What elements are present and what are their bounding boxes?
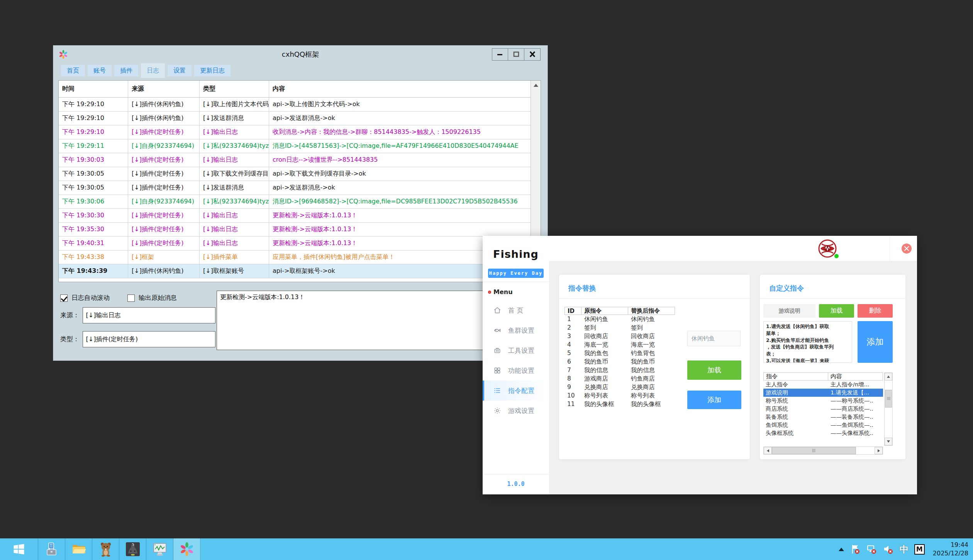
scroll-up-button[interactable] (531, 81, 541, 90)
table-row[interactable]: 9 兑换商店 兑换商店 (564, 383, 676, 391)
cxhqq-titlebar[interactable]: cxhQQ框架 (53, 46, 548, 63)
autoscroll-checkbox[interactable] (60, 294, 68, 302)
scroll-thumb[interactable] (885, 390, 892, 408)
table-row[interactable]: 7 我的信息 我的信息 (564, 366, 676, 374)
menu-item-fish-settings[interactable]: 鱼群设置 (483, 320, 549, 340)
command-content-textarea[interactable]: 1.请先发送【休闲钓鱼】获取 菜单； 2.购买钓鱼竿后才能开始钓鱼 ，发送【钓鱼… (763, 321, 852, 363)
maximize-button[interactable] (508, 48, 524, 61)
load-button[interactable]: 加载 (687, 360, 741, 380)
log-row[interactable]: 下午 19:40:31 [↓]插件(定时任务) [↓]输出日志 更新检测->云端… (59, 237, 531, 250)
tab-label: 插件 (120, 67, 132, 75)
log-row[interactable]: 下午 19:30:03 [↓]插件(定时任务) [↓]输出日志 cron日志--… (59, 153, 531, 167)
command-name-input[interactable] (763, 304, 815, 318)
minimize-button[interactable] (492, 48, 508, 61)
tab[interactable]: 插件 (114, 65, 138, 76)
tab[interactable]: 更新日志 (194, 65, 231, 76)
col-content[interactable]: 内容 (269, 81, 531, 97)
action-center-flag-icon[interactable] (850, 544, 861, 555)
table-row[interactable]: 11 我的头像框 我的头像框 (564, 400, 676, 408)
list-item[interactable]: 称号系统 ——称号系统—.. (763, 397, 883, 405)
table-row[interactable]: 10 称号列表 称号列表 (564, 391, 676, 400)
menu-item-command-config[interactable]: 指令配置 (483, 381, 549, 401)
tab[interactable]: 账号 (88, 65, 112, 76)
tab[interactable]: 首页 (61, 65, 85, 76)
scroll-thumb[interactable] (772, 447, 856, 454)
command-input[interactable] (687, 331, 741, 346)
log-row[interactable]: 下午 19:29:10 [↓]插件(休闲钓鱼) [↓]取上传图片文本代码 api… (59, 98, 531, 112)
cell-command: 鱼饵系统 (763, 421, 828, 429)
menu-item-tool-settings[interactable]: 工具设置 (483, 340, 549, 360)
raw-output-checkbox[interactable] (127, 294, 135, 302)
taskbar-cxhqq-app[interactable] (173, 538, 200, 560)
taskbar-beaver-app[interactable] (92, 538, 119, 560)
network-status-icon[interactable] (866, 544, 877, 555)
scroll-down-button[interactable] (885, 438, 892, 445)
log-row[interactable]: 下午 19:30:05 [↓]插件(定时任务) [↓]取下载文件到缓存目录 ap… (59, 167, 531, 181)
log-source: [↓]插件(休闲钓鱼) (128, 112, 200, 125)
scroll-right-button[interactable] (875, 447, 883, 454)
list-item[interactable]: 装备系统 ——装备系统—.. (763, 413, 883, 421)
start-button[interactable] (0, 538, 38, 560)
ime-mode-badge[interactable]: M (914, 544, 925, 555)
table-row[interactable]: 4 海底一览 海底一览 (564, 340, 676, 349)
menu-item-function-settings[interactable]: 功能设置 (483, 360, 549, 381)
taskbar-performance-monitor[interactable] (146, 538, 173, 560)
log-row[interactable]: 下午 19:43:39 [↓]插件(休闲钓鱼) [↓]取框架账号 api->取框… (59, 264, 531, 278)
divider (890, 236, 890, 261)
table-row[interactable]: 8 游戏商店 钓鱼商店 (564, 374, 676, 383)
log-row[interactable]: 下午 19:29:10 [↓]插件(休闲钓鱼) [↓]发送群消息 api->发送… (59, 112, 531, 125)
scroll-left-button[interactable] (764, 447, 772, 454)
cell-original: 兑换商店 (581, 383, 628, 391)
list-item[interactable]: 商店系统 ——商店系统—.. (763, 405, 883, 413)
list-horizontal-scrollbar[interactable] (763, 447, 883, 455)
log-row[interactable]: 下午 19:30:30 [↓]插件(定时任务) [↓]输出日志 更新检测->云端… (59, 209, 531, 223)
delete-button[interactable]: 删除 (858, 304, 893, 318)
list-item[interactable]: 鱼饵系统 ——鱼饵系统—.. (763, 421, 883, 429)
log-content: api->取上传图片文本代码->ok (269, 98, 531, 111)
list-item[interactable]: 游戏说明 1.请先发送【... (763, 389, 883, 397)
add-button[interactable]: 添加 (687, 391, 741, 409)
log-row[interactable]: 下午 19:29:10 [↓]插件(定时任务) [↓]输出日志 收到消息->内容… (59, 125, 531, 139)
close-button[interactable] (524, 48, 541, 61)
log-row[interactable]: 下午 19:29:11 [↓]自身(923374694) [↓]私(923374… (59, 139, 531, 153)
table-row[interactable]: 6 我的鱼币 我的鱼币 (564, 357, 676, 366)
col-source[interactable]: 来源 (128, 81, 200, 97)
log-type: [↓]私(923374694)tyz (200, 139, 269, 153)
load-button[interactable]: 加载 (819, 304, 854, 318)
banner-button[interactable]: Happy Every Day (488, 269, 544, 278)
table-row[interactable]: 5 我的鱼包 钓鱼背包 (564, 349, 676, 357)
source-input[interactable] (83, 307, 215, 323)
tray-expand-icon[interactable] (839, 548, 844, 551)
tab[interactable]: 设置 (168, 65, 192, 76)
list-item[interactable]: 主人指令 主人指令/n增... (763, 381, 883, 389)
scroll-up-button[interactable] (885, 373, 892, 381)
log-row[interactable]: 下午 19:35:30 [↓]插件(定时任务) [↓]输出日志 更新检测->云端… (59, 223, 531, 237)
col-time[interactable]: 时间 (59, 81, 128, 97)
tab[interactable]: 日志 (141, 63, 165, 78)
log-row[interactable]: 下午 19:30:05 [↓]插件(定时任务) [↓]发送群消息 api->发送… (59, 181, 531, 195)
fishing-close-button[interactable] (902, 244, 912, 254)
type-input[interactable] (83, 331, 215, 347)
menu-item-game-settings[interactable]: 游戏设置 (483, 401, 549, 421)
table-row[interactable]: 1 休闲钓鱼 休闲钓鱼 (564, 315, 676, 323)
log-row[interactable]: 下午 19:43:38 [↓]框架 [↓]插件菜单 应用菜单，插件[休闲钓鱼]被… (59, 250, 531, 264)
divider (760, 298, 905, 299)
table-row[interactable]: 3 回收商店 回收商店 (564, 332, 676, 340)
list-item[interactable]: 头像框系统 ——头像框系统.. (763, 429, 883, 437)
input-method-indicator[interactable]: 中 (900, 543, 909, 555)
add-button[interactable]: 添加 (858, 321, 893, 363)
tab-bar: 首页 账号 插件 日志 设置 更新日志 (61, 63, 231, 78)
cell-replaced: 我的信息 (628, 366, 675, 374)
menu-item-home[interactable]: 首 页 (483, 300, 549, 320)
taskbar-clock[interactable]: 19:44 2025/12/28 (931, 541, 968, 557)
table-row[interactable]: 2 签到 签到 (564, 323, 676, 332)
col-type[interactable]: 类型 (200, 81, 269, 97)
taskbar-wolf-app[interactable] (119, 538, 146, 560)
log-row[interactable]: 下午 19:30:06 [↓]自身(923374694) [↓]私(923374… (59, 195, 531, 209)
volume-muted-icon[interactable] (883, 544, 894, 555)
taskbar-server-manager[interactable] (38, 538, 65, 560)
log-time: 下午 19:29:10 (59, 98, 128, 111)
list-vertical-scrollbar[interactable] (884, 372, 893, 446)
taskbar-file-explorer[interactable] (65, 538, 92, 560)
log-detail-textarea[interactable]: 更新检测->云端版本:1.0.13！ (217, 291, 525, 350)
